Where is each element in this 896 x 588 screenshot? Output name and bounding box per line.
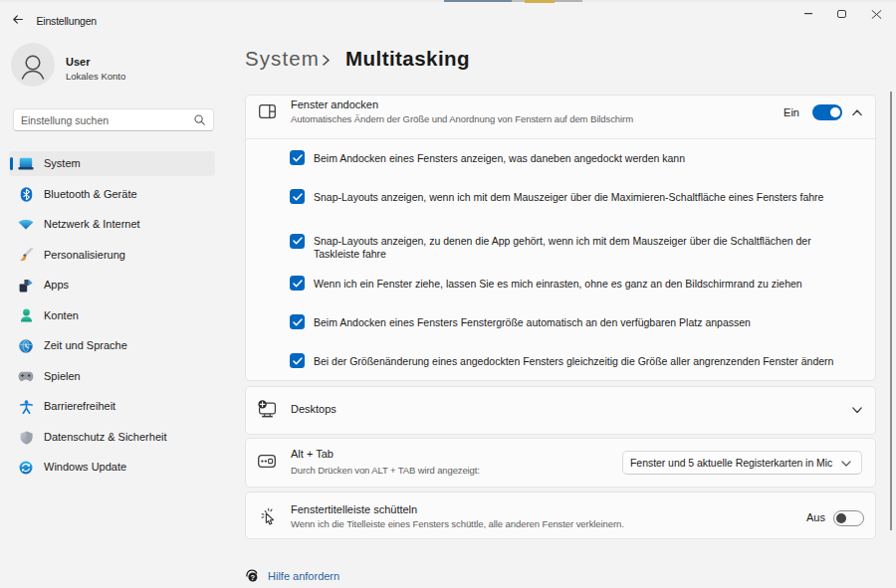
svg-text:?: ?	[251, 573, 256, 582]
